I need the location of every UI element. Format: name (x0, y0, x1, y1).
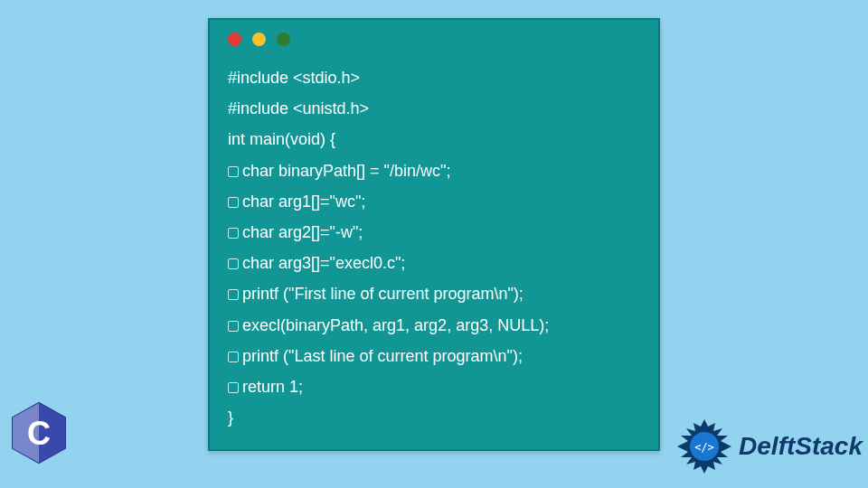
code-line: char arg1[]="wc"; (228, 186, 640, 217)
maximize-icon (277, 33, 290, 46)
window-controls (228, 33, 640, 46)
c-logo-letter: C (27, 415, 51, 452)
svg-text:</>: </> (694, 441, 714, 454)
delftstack-logo: </> DelftStack (675, 418, 863, 475)
code-line: int main(void) { (228, 124, 640, 155)
code-text: char arg2[]="-w"; (242, 223, 363, 241)
gear-icon: </> (675, 418, 733, 475)
code-text: execl(binaryPath, arg1, arg2, arg3, NULL… (242, 316, 549, 334)
tab-marker-icon (228, 228, 239, 239)
code-text: printf ("First line of current program\n… (242, 285, 524, 303)
minimize-icon (252, 33, 266, 46)
brand-name: DelftStack (739, 432, 863, 461)
c-language-logo: C (11, 401, 67, 468)
code-text: char arg1[]="wc"; (242, 192, 365, 211)
code-line: printf ("Last line of current program\n"… (228, 341, 640, 371)
code-line: execl(binaryPath, arg1, arg2, arg3, NULL… (228, 310, 640, 341)
code-text: int main(void) { (228, 130, 335, 148)
tab-marker-icon (228, 166, 239, 177)
code-text: } (228, 408, 233, 427)
tab-marker-icon (228, 321, 239, 332)
tab-marker-icon (228, 352, 239, 362)
code-line: char arg3[]="execl0.c"; (228, 248, 640, 278)
code-line: char binaryPath[] = "/bin/wc"; (228, 155, 640, 186)
code-line: char arg2[]="-w"; (228, 217, 640, 248)
close-icon (228, 33, 241, 46)
code-text: #include <stdio.h> (228, 69, 360, 87)
code-block: #include <stdio.h>#include <unistd.h>int… (228, 62, 640, 433)
code-text: #include <unistd.h> (228, 99, 369, 117)
tab-marker-icon (228, 258, 239, 269)
code-line: #include <unistd.h> (228, 93, 640, 124)
code-line: printf ("First line of current program\n… (228, 278, 640, 309)
code-line: #include <stdio.h> (228, 62, 640, 93)
code-text: return 1; (242, 378, 303, 396)
code-line: } (228, 402, 640, 433)
code-line: return 1; (228, 371, 640, 402)
code-text: printf ("Last line of current program\n"… (242, 347, 523, 365)
tab-marker-icon (228, 289, 239, 300)
code-window: #include <stdio.h>#include <unistd.h>int… (208, 18, 660, 451)
tab-marker-icon (228, 382, 239, 393)
tab-marker-icon (228, 197, 239, 208)
code-text: char binaryPath[] = "/bin/wc"; (242, 162, 450, 180)
code-text: char arg3[]="execl0.c"; (242, 254, 405, 272)
